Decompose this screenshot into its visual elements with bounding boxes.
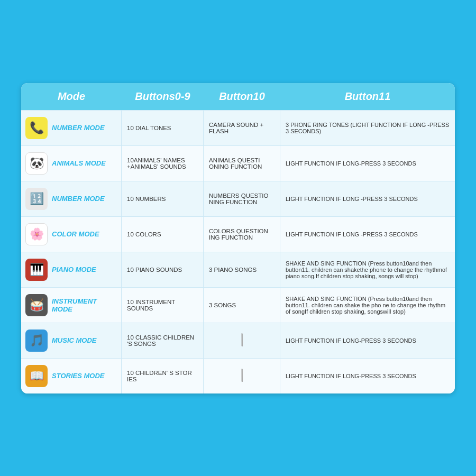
buttons09-cell: 10 NUMBERS xyxy=(122,181,204,216)
button11-cell: 3 PHONE RING TONES (LIGHT FUNCTION IF LO… xyxy=(280,111,455,145)
button10-cell: CAMERA SOUND + FLASH xyxy=(204,111,280,145)
mode-label: NUMBER MODE xyxy=(52,195,105,203)
mode-icon: 🥁 xyxy=(25,294,48,316)
button10-cell: ANIMALS QUESTI ONING FUNCTION xyxy=(204,146,280,181)
header-button10: Button10 xyxy=(204,83,280,110)
button11-cell: LIGHT FUNCTION IF LONG-PRESS 3 SECONDS xyxy=(280,146,455,181)
mode-cell: 🔢NUMBER MODE xyxy=(21,181,122,216)
table-row: 🥁INSTRUMENT MODE10 INSTRUMENT SOUNDS3 SO… xyxy=(21,287,455,323)
button11-cell: LIGHT FUNCTION IF LONG-PRESS 3 SECONDS xyxy=(280,359,455,393)
table-row: 🎵MUSIC MODE10 CLASSIC CHILDREN 'S SONGS\… xyxy=(21,323,455,358)
button11-cell: SHAKE AND SING FUNCTION (Press button10a… xyxy=(280,288,455,323)
button11-cell: LIGHT FUNCTION IF LONG-PRESS 3 SECONDS xyxy=(280,323,455,358)
mode-label: INSTRUMENT MODE xyxy=(52,297,117,313)
mode-label: ANIMALS MODE xyxy=(52,159,106,167)
buttons09-cell: 10 COLORS xyxy=(122,217,204,252)
buttons09-cell: 10 PIANO SOUNDS xyxy=(122,252,204,287)
mode-label: NUMBER MODE xyxy=(52,124,105,132)
button11-cell: SHAKE AND SING FUNCTION (Press button10a… xyxy=(280,252,455,287)
buttons09-cell: 10 DIAL TONES xyxy=(122,111,204,145)
buttons09-cell: 10ANIMALS' NAMES +ANIMALS' SOUNDS xyxy=(122,146,204,181)
main-table: Mode Buttons0-9 Button10 Button11 📞NUMBE… xyxy=(21,83,455,393)
table-row: 📖STORIES MODE10 CHILDREN' S STOR IES\LIG… xyxy=(21,358,455,393)
table-header: Mode Buttons0-9 Button10 Button11 xyxy=(21,83,455,110)
mode-icon: 🎹 xyxy=(25,259,48,281)
table-row: 🌸COLOR MODE10 COLORSCOLORS QUESTION ING … xyxy=(21,216,455,252)
mode-label: STORIES MODE xyxy=(52,372,104,380)
mode-cell: 📖STORIES MODE xyxy=(21,359,122,393)
header-mode: Mode xyxy=(21,83,122,110)
table-body: 📞NUMBER MODE10 DIAL TONESCAMERA SOUND + … xyxy=(21,110,455,393)
mode-icon: 📞 xyxy=(25,117,48,139)
buttons09-cell: 10 CHILDREN' S STOR IES xyxy=(122,359,204,393)
mode-cell: 🥁INSTRUMENT MODE xyxy=(21,288,122,323)
buttons09-cell: 10 CLASSIC CHILDREN 'S SONGS xyxy=(122,323,204,358)
table-row: 🐼ANIMALS MODE10ANIMALS' NAMES +ANIMALS' … xyxy=(21,145,455,181)
buttons09-cell: 10 INSTRUMENT SOUNDS xyxy=(122,288,204,323)
mode-icon: 🎵 xyxy=(25,329,48,352)
mode-label: PIANO MODE xyxy=(52,266,96,273)
mode-cell: 🌸COLOR MODE xyxy=(21,217,122,252)
button10-cell: 3 PIANO SONGS xyxy=(204,252,280,287)
button10-cell: NUMBERS QUESTIO NING FUNCTION xyxy=(204,181,280,216)
mode-icon: 🌸 xyxy=(25,223,48,245)
header-buttons09: Buttons0-9 xyxy=(122,83,204,110)
header-button11: Button11 xyxy=(280,83,455,110)
button10-cell: \ xyxy=(204,359,280,393)
mode-cell: 🎵MUSIC MODE xyxy=(21,323,122,358)
mode-cell: 📞NUMBER MODE xyxy=(21,111,122,145)
mode-icon: 🔢 xyxy=(25,188,48,210)
mode-label: MUSIC MODE xyxy=(52,336,97,344)
mode-cell: 🎹PIANO MODE xyxy=(21,252,122,287)
table-row: 🔢NUMBER MODE10 NUMBERSNUMBERS QUESTIO NI… xyxy=(21,181,455,216)
button10-cell: 3 SONGS xyxy=(204,288,280,323)
mode-icon: 🐼 xyxy=(25,152,48,175)
mode-label: COLOR MODE xyxy=(52,230,99,238)
mode-icon: 📖 xyxy=(25,365,48,387)
button11-cell: LIGHT FUNCTION IF LONG -PRESS 3 SECONDS xyxy=(280,217,455,252)
button10-cell: COLORS QUESTION ING FUNCTION xyxy=(204,217,280,252)
table-row: 🎹PIANO MODE10 PIANO SOUNDS3 PIANO SONGSS… xyxy=(21,252,455,287)
button11-cell: LIGHT FUNCTION IF LONG -PRESS 3 SECONDS xyxy=(280,181,455,216)
mode-cell: 🐼ANIMALS MODE xyxy=(21,146,122,181)
button10-cell: \ xyxy=(204,323,280,358)
table-row: 📞NUMBER MODE10 DIAL TONESCAMERA SOUND + … xyxy=(21,110,455,145)
